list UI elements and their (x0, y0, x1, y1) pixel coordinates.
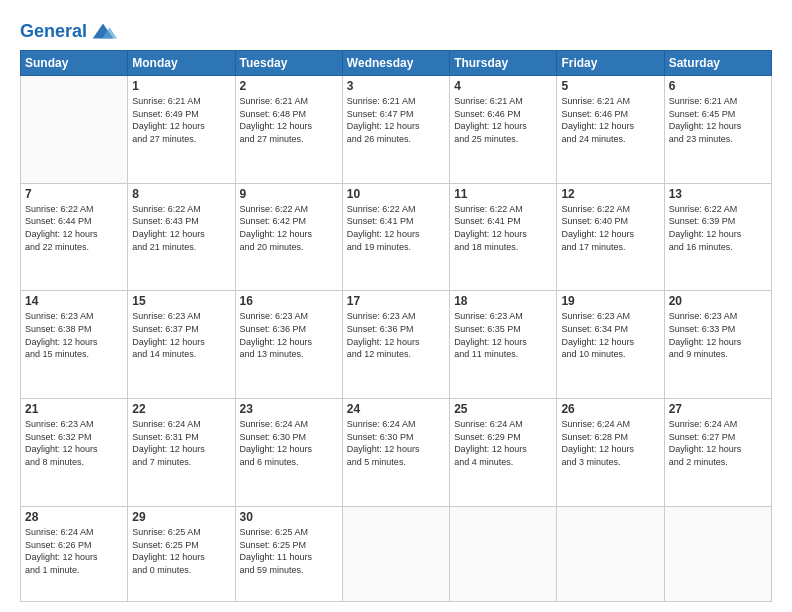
day-info: Sunrise: 6:23 AM Sunset: 6:37 PM Dayligh… (132, 310, 230, 360)
day-info: Sunrise: 6:21 AM Sunset: 6:45 PM Dayligh… (669, 95, 767, 145)
day-number: 15 (132, 294, 230, 308)
day-info: Sunrise: 6:23 AM Sunset: 6:34 PM Dayligh… (561, 310, 659, 360)
calendar-cell: 20Sunrise: 6:23 AM Sunset: 6:33 PM Dayli… (664, 291, 771, 399)
calendar-cell: 18Sunrise: 6:23 AM Sunset: 6:35 PM Dayli… (450, 291, 557, 399)
day-number: 11 (454, 187, 552, 201)
day-number: 28 (25, 510, 123, 524)
calendar-cell: 1Sunrise: 6:21 AM Sunset: 6:49 PM Daylig… (128, 76, 235, 184)
col-header-tuesday: Tuesday (235, 51, 342, 76)
page: General SundayMondayTuesdayWednesdayThur… (0, 0, 792, 612)
calendar-cell: 28Sunrise: 6:24 AM Sunset: 6:26 PM Dayli… (21, 506, 128, 601)
day-info: Sunrise: 6:24 AM Sunset: 6:29 PM Dayligh… (454, 418, 552, 468)
calendar-cell: 16Sunrise: 6:23 AM Sunset: 6:36 PM Dayli… (235, 291, 342, 399)
col-header-friday: Friday (557, 51, 664, 76)
calendar-cell: 7Sunrise: 6:22 AM Sunset: 6:44 PM Daylig… (21, 183, 128, 291)
calendar-cell: 12Sunrise: 6:22 AM Sunset: 6:40 PM Dayli… (557, 183, 664, 291)
day-info: Sunrise: 6:25 AM Sunset: 6:25 PM Dayligh… (240, 526, 338, 576)
day-number: 6 (669, 79, 767, 93)
day-number: 9 (240, 187, 338, 201)
calendar-week-5: 28Sunrise: 6:24 AM Sunset: 6:26 PM Dayli… (21, 506, 772, 601)
col-header-thursday: Thursday (450, 51, 557, 76)
day-number: 8 (132, 187, 230, 201)
calendar-cell: 22Sunrise: 6:24 AM Sunset: 6:31 PM Dayli… (128, 399, 235, 507)
day-number: 4 (454, 79, 552, 93)
day-info: Sunrise: 6:25 AM Sunset: 6:25 PM Dayligh… (132, 526, 230, 576)
calendar-week-4: 21Sunrise: 6:23 AM Sunset: 6:32 PM Dayli… (21, 399, 772, 507)
day-info: Sunrise: 6:24 AM Sunset: 6:31 PM Dayligh… (132, 418, 230, 468)
header: General (20, 18, 772, 42)
day-info: Sunrise: 6:23 AM Sunset: 6:32 PM Dayligh… (25, 418, 123, 468)
day-info: Sunrise: 6:21 AM Sunset: 6:46 PM Dayligh… (454, 95, 552, 145)
day-info: Sunrise: 6:24 AM Sunset: 6:27 PM Dayligh… (669, 418, 767, 468)
day-info: Sunrise: 6:21 AM Sunset: 6:47 PM Dayligh… (347, 95, 445, 145)
day-info: Sunrise: 6:24 AM Sunset: 6:30 PM Dayligh… (347, 418, 445, 468)
calendar-cell (557, 506, 664, 601)
calendar-table: SundayMondayTuesdayWednesdayThursdayFrid… (20, 50, 772, 602)
calendar-cell (664, 506, 771, 601)
day-number: 3 (347, 79, 445, 93)
col-header-sunday: Sunday (21, 51, 128, 76)
calendar-cell: 5Sunrise: 6:21 AM Sunset: 6:46 PM Daylig… (557, 76, 664, 184)
calendar-cell: 17Sunrise: 6:23 AM Sunset: 6:36 PM Dayli… (342, 291, 449, 399)
day-number: 1 (132, 79, 230, 93)
calendar-cell: 27Sunrise: 6:24 AM Sunset: 6:27 PM Dayli… (664, 399, 771, 507)
day-info: Sunrise: 6:21 AM Sunset: 6:49 PM Dayligh… (132, 95, 230, 145)
calendar-cell (342, 506, 449, 601)
calendar-cell: 8Sunrise: 6:22 AM Sunset: 6:43 PM Daylig… (128, 183, 235, 291)
calendar-cell: 14Sunrise: 6:23 AM Sunset: 6:38 PM Dayli… (21, 291, 128, 399)
day-number: 24 (347, 402, 445, 416)
col-header-wednesday: Wednesday (342, 51, 449, 76)
day-info: Sunrise: 6:24 AM Sunset: 6:30 PM Dayligh… (240, 418, 338, 468)
day-number: 10 (347, 187, 445, 201)
day-info: Sunrise: 6:21 AM Sunset: 6:46 PM Dayligh… (561, 95, 659, 145)
day-number: 23 (240, 402, 338, 416)
calendar-cell: 6Sunrise: 6:21 AM Sunset: 6:45 PM Daylig… (664, 76, 771, 184)
calendar-cell: 21Sunrise: 6:23 AM Sunset: 6:32 PM Dayli… (21, 399, 128, 507)
day-number: 25 (454, 402, 552, 416)
day-number: 12 (561, 187, 659, 201)
calendar-cell: 26Sunrise: 6:24 AM Sunset: 6:28 PM Dayli… (557, 399, 664, 507)
calendar-cell: 29Sunrise: 6:25 AM Sunset: 6:25 PM Dayli… (128, 506, 235, 601)
day-number: 26 (561, 402, 659, 416)
day-number: 5 (561, 79, 659, 93)
calendar-cell: 24Sunrise: 6:24 AM Sunset: 6:30 PM Dayli… (342, 399, 449, 507)
day-number: 18 (454, 294, 552, 308)
calendar-cell: 15Sunrise: 6:23 AM Sunset: 6:37 PM Dayli… (128, 291, 235, 399)
logo-icon (89, 18, 117, 46)
logo: General (20, 18, 117, 42)
day-info: Sunrise: 6:22 AM Sunset: 6:40 PM Dayligh… (561, 203, 659, 253)
day-number: 30 (240, 510, 338, 524)
day-number: 16 (240, 294, 338, 308)
calendar-week-1: 1Sunrise: 6:21 AM Sunset: 6:49 PM Daylig… (21, 76, 772, 184)
logo-text: General (20, 22, 87, 42)
day-info: Sunrise: 6:23 AM Sunset: 6:36 PM Dayligh… (347, 310, 445, 360)
day-info: Sunrise: 6:22 AM Sunset: 6:41 PM Dayligh… (347, 203, 445, 253)
day-number: 2 (240, 79, 338, 93)
calendar-cell: 23Sunrise: 6:24 AM Sunset: 6:30 PM Dayli… (235, 399, 342, 507)
calendar-cell: 13Sunrise: 6:22 AM Sunset: 6:39 PM Dayli… (664, 183, 771, 291)
day-info: Sunrise: 6:23 AM Sunset: 6:35 PM Dayligh… (454, 310, 552, 360)
day-info: Sunrise: 6:21 AM Sunset: 6:48 PM Dayligh… (240, 95, 338, 145)
day-info: Sunrise: 6:22 AM Sunset: 6:41 PM Dayligh… (454, 203, 552, 253)
col-header-monday: Monday (128, 51, 235, 76)
day-info: Sunrise: 6:24 AM Sunset: 6:26 PM Dayligh… (25, 526, 123, 576)
day-info: Sunrise: 6:23 AM Sunset: 6:36 PM Dayligh… (240, 310, 338, 360)
calendar-cell: 11Sunrise: 6:22 AM Sunset: 6:41 PM Dayli… (450, 183, 557, 291)
calendar-cell: 4Sunrise: 6:21 AM Sunset: 6:46 PM Daylig… (450, 76, 557, 184)
calendar-cell: 10Sunrise: 6:22 AM Sunset: 6:41 PM Dayli… (342, 183, 449, 291)
calendar-cell: 3Sunrise: 6:21 AM Sunset: 6:47 PM Daylig… (342, 76, 449, 184)
day-number: 19 (561, 294, 659, 308)
day-number: 13 (669, 187, 767, 201)
day-number: 14 (25, 294, 123, 308)
calendar-cell: 19Sunrise: 6:23 AM Sunset: 6:34 PM Dayli… (557, 291, 664, 399)
day-number: 21 (25, 402, 123, 416)
calendar-cell: 25Sunrise: 6:24 AM Sunset: 6:29 PM Dayli… (450, 399, 557, 507)
day-info: Sunrise: 6:24 AM Sunset: 6:28 PM Dayligh… (561, 418, 659, 468)
day-info: Sunrise: 6:23 AM Sunset: 6:33 PM Dayligh… (669, 310, 767, 360)
day-info: Sunrise: 6:22 AM Sunset: 6:44 PM Dayligh… (25, 203, 123, 253)
day-number: 7 (25, 187, 123, 201)
calendar-week-3: 14Sunrise: 6:23 AM Sunset: 6:38 PM Dayli… (21, 291, 772, 399)
day-info: Sunrise: 6:22 AM Sunset: 6:43 PM Dayligh… (132, 203, 230, 253)
calendar-header-row: SundayMondayTuesdayWednesdayThursdayFrid… (21, 51, 772, 76)
calendar-cell: 2Sunrise: 6:21 AM Sunset: 6:48 PM Daylig… (235, 76, 342, 184)
